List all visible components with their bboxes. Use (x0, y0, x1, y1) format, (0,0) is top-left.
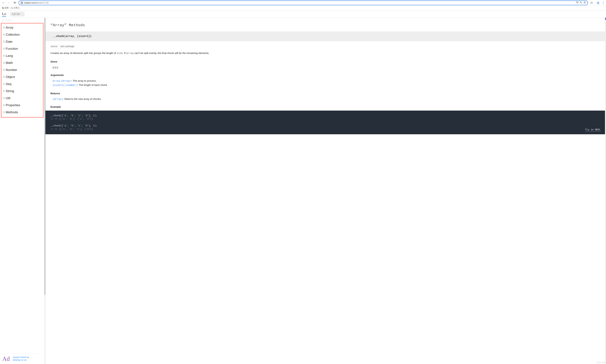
svg-rect-3 (22, 3, 23, 4)
expand-toggle-icon[interactable] (3, 62, 5, 64)
returns-line: (Array): Returns the new array of chunks… (51, 95, 600, 101)
chrome-apps-button[interactable]: 应用 (2, 7, 9, 9)
svg-rect-2 (21, 3, 22, 4)
sidebar-category-object[interactable]: Object (1, 73, 43, 80)
code-line (51, 121, 600, 124)
code-line: // => [['a', 'b'], ['c', 'd']] (51, 117, 600, 121)
sidebar-category-lang[interactable]: Lang (1, 52, 43, 59)
sidebar-category-function[interactable]: Function (1, 45, 43, 52)
arrow-left-icon (2, 1, 4, 4)
returns-heading: Returns (51, 92, 600, 95)
reload-button[interactable] (13, 1, 16, 5)
doc-body: source npm package Creates an array of e… (45, 41, 605, 108)
since-heading: Since (51, 60, 600, 63)
category-label: Date (6, 40, 13, 43)
svg-rect-1 (22, 2, 23, 3)
category-list: ArrayCollectionDateFunctionLangMathNumbe… (1, 23, 43, 117)
support-text[interactable]: Support lodash by allowing our ad. (13, 356, 29, 361)
code-line: _.chunk(['a', 'b', 'c', 'd'], 3); (51, 124, 600, 127)
expand-toggle-icon[interactable] (3, 55, 5, 57)
expand-toggle-icon[interactable] (3, 69, 5, 71)
sidebar-category-seq[interactable]: Seq (1, 80, 43, 88)
example-code-block: _.chunk(['a', 'b', 'c', 'd'], 2);// => [… (45, 111, 605, 134)
expand-toggle-icon[interactable] (3, 27, 5, 28)
category-label: Number (6, 68, 17, 72)
svg-point-5 (2, 19, 3, 21)
source-link[interactable]: source (51, 45, 57, 48)
sidebar-category-methods[interactable]: Methods (1, 109, 43, 116)
expand-toggle-icon[interactable] (3, 97, 5, 99)
category-label: Util (6, 96, 10, 100)
reading-list-icon[interactable] (590, 1, 593, 4)
browser-toolbar: lodash.com/docs/4.17.15 (0, 0, 606, 6)
since-value: 3.0.0 (51, 63, 600, 69)
url-text: lodash.com/docs/4.17.15 (24, 1, 575, 4)
forward-button[interactable] (7, 1, 11, 5)
site-settings-icon[interactable] (21, 1, 23, 4)
category-label: Properties (6, 103, 20, 107)
expand-toggle-icon[interactable] (3, 104, 5, 106)
sidebar-category-array[interactable]: Array (1, 24, 43, 31)
folder-icon (11, 7, 13, 9)
argument-list: array (Array): The array to process.[siz… (51, 77, 600, 87)
sidebar-category-properties[interactable]: Properties (1, 102, 43, 109)
browser-menu-button[interactable] (603, 1, 604, 4)
sidebar-category-number[interactable]: Number (1, 66, 43, 73)
category-label: Lang (6, 54, 13, 58)
sidebar-category-string[interactable]: String (1, 88, 43, 95)
address-bar[interactable]: lodash.com/docs/4.17.15 (18, 0, 588, 5)
description: Creates an array of elements split into … (51, 51, 600, 55)
bookmarks-bar: 应用 已导入 (0, 6, 606, 10)
expand-toggle-icon[interactable] (3, 90, 5, 92)
main-content[interactable]: “Array” Methods _.chunk(array, [size=1])… (45, 18, 605, 364)
translate-icon[interactable] (579, 1, 582, 4)
imported-bookmarks-folder[interactable]: 已导入 (11, 7, 20, 9)
search-icon (2, 19, 4, 21)
method-signature: _.chunk(array, [size=1]) (45, 31, 605, 41)
lodash-logo[interactable]: Lo (2, 12, 6, 17)
page-scrollbar[interactable] (605, 18, 606, 364)
version-label: 4.17.15 (12, 13, 19, 15)
bookmark-star-icon[interactable] (583, 1, 586, 4)
category-label: Math (6, 61, 13, 65)
expand-toggle-icon[interactable] (3, 34, 5, 36)
back-button[interactable] (1, 1, 5, 5)
try-in-repl-button[interactable]: Try in REPL (585, 128, 601, 131)
profile-avatar[interactable] (596, 1, 600, 5)
sidebar-category-math[interactable]: Math (1, 59, 43, 66)
sidebar-category-util[interactable]: Util (1, 95, 43, 102)
expand-toggle-icon[interactable] (3, 83, 5, 85)
expand-toggle-icon[interactable] (3, 48, 5, 50)
support-line2: allowing our ad. (13, 359, 27, 361)
watermark: CSDN 水印 (596, 361, 606, 364)
expand-toggle-icon[interactable] (3, 76, 5, 78)
meta-links: source npm package (51, 43, 600, 51)
code-line: // => [['a', 'b', 'c'], ['d']] (51, 128, 600, 131)
install-app-icon[interactable] (576, 1, 578, 4)
sidebar-category-collection[interactable]: Collection (1, 31, 43, 38)
content-wrap: “Array” Methods _.chunk(array, [size=1])… (44, 18, 606, 364)
svg-rect-0 (21, 2, 22, 3)
npm-link[interactable]: npm package (60, 45, 74, 48)
category-label: Array (6, 26, 13, 29)
expand-toggle-icon[interactable] (3, 41, 5, 42)
reload-icon (13, 1, 16, 4)
ad-placeholder: Ad (2, 355, 10, 362)
imported-label: 已导入 (14, 7, 20, 9)
divider (8, 12, 8, 16)
expand-toggle-icon[interactable] (3, 111, 5, 113)
search-placeholder: Search (5, 19, 12, 21)
category-label: Seq (6, 82, 12, 86)
chevron-down-icon (21, 13, 23, 15)
argument-item: [size=1] (number): The length of each ch… (51, 83, 600, 87)
person-icon (597, 2, 599, 4)
sidebar-scroll[interactable]: Search ArrayCollectionDateFunctionLangMa… (0, 18, 44, 353)
browser-actions (590, 1, 605, 5)
code-line: _.chunk(['a', 'b', 'c', 'd'], 2); (51, 114, 600, 117)
category-label: Collection (6, 33, 20, 37)
sidebar: Search ArrayCollectionDateFunctionLangMa… (0, 18, 44, 364)
version-selector[interactable]: 4.17.15 (10, 12, 24, 16)
app-header: Lo 4.17.15 (0, 10, 606, 18)
sidebar-category-date[interactable]: Date (1, 38, 43, 45)
sidebar-search[interactable]: Search (0, 18, 44, 22)
